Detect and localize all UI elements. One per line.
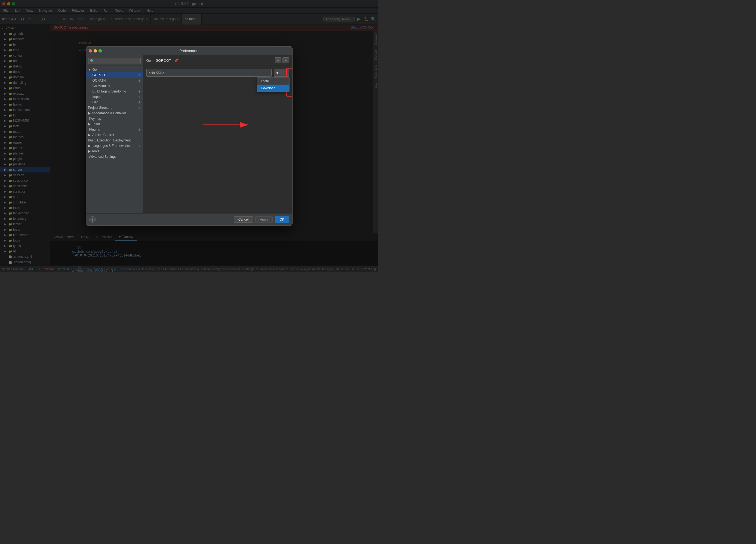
pref-nav-plugins[interactable]: Plugins ⚙ [86,127,143,132]
nav-label: Plugins [89,128,100,131]
nav-back-button[interactable]: ← [275,57,281,63]
cancel-button[interactable]: Cancel [234,216,253,223]
help-button[interactable]: ? [89,216,96,223]
pref-search-area [86,56,143,66]
gear-small-icon: ⚙ [138,128,141,131]
pref-nav-imports[interactable]: Imports ⚙ [86,94,143,100]
nav-label: Tools [92,149,99,153]
pref-nav-goroot[interactable]: GOROOT ⚙ [86,72,143,78]
sdk-dropdown[interactable]: <No SDK> [146,69,272,77]
pref-search-input[interactable] [88,58,141,64]
gear-small-icon: ⚙ [138,145,141,148]
pref-footer-left: ? [89,216,96,223]
nav-label: Keymap [89,117,101,121]
sdk-add-button[interactable]: + [281,69,289,77]
nav-label: GOROOT [93,73,107,77]
nav-label: Build, Execution, Deployment [88,139,131,142]
pref-nav-build-tags[interactable]: Build Tags & Vendoring ⚙ [86,89,143,94]
nav-label: Languages & Frameworks [92,144,130,148]
pref-nav-appearance[interactable]: ▶ Appearance & Behavior [86,110,143,116]
pref-footer: ? Cancel Apply OK [86,213,292,226]
nav-label: Dep [93,100,99,104]
gear-small-icon: ⚙ [138,74,141,77]
pref-nav-editor[interactable]: ▶ Editor [86,121,143,127]
arrow-annotation [200,117,255,134]
gear-small-icon: ⚙ [138,101,141,104]
pref-nav-tools[interactable]: ▶ Tools [86,149,143,154]
pref-nav-build[interactable]: Build, Execution, Deployment [86,138,143,143]
pref-breadcrumb: Go › GOROOT 📌 ← → [143,55,292,66]
preferences-dialog: Preferences ▼ Go GOROOT ⚙ GOPATH [86,46,293,226]
modal-overlay: Preferences ▼ Go GOROOT ⚙ GOPATH [0,0,378,272]
chevron-right-icon: ▶ [88,122,91,126]
nav-label: Version Control [92,133,114,137]
gear-small-icon: ⚙ [138,96,141,99]
chevron-right-icon: ▶ [88,111,91,115]
nav-label: GOPATH [93,79,106,82]
breadcrumb-separator: › [153,59,154,63]
chevron-right-icon: ▶ [88,144,91,148]
pref-nav-advanced[interactable]: Advanced Settings [86,154,143,159]
pref-sidebar: ▼ Go GOROOT ⚙ GOPATH ⚙ Go Modules Build … [86,55,143,213]
nav-label: Project Structure [88,106,112,110]
gear-small-icon: ⚙ [138,79,141,82]
nav-label: Imports [93,95,103,99]
sdk-dropdown-popup: Local... Download... [257,77,290,92]
breadcrumb-parent: Go [146,59,151,63]
pref-body: ▼ Go GOROOT ⚙ GOPATH ⚙ Go Modules Build … [86,55,292,213]
pref-titlebar: Preferences [86,47,292,55]
pref-content: Go › GOROOT 📌 ← → <No SDK> [143,55,292,213]
sdk-local-option[interactable]: Local... [257,78,289,85]
chevron-down-icon: ▼ [88,68,91,72]
pref-sdk-row: <No SDK> ▼ + Local... [143,66,292,80]
sdk-value: <No SDK> [149,71,164,75]
sdk-btn-group: ▼ + [274,69,289,77]
pref-footer-right: Cancel Apply OK [234,216,289,223]
nav-forward-button[interactable]: → [282,57,289,63]
nav-label: Editor [92,122,100,126]
dialog-title: Preferences [179,49,198,53]
pref-nav-go-modules[interactable]: Go Modules [86,83,143,89]
bookmark-icon[interactable]: 📌 [174,59,178,62]
breadcrumb-nav: ← → [275,57,289,63]
gear-small-icon: ⚙ [138,106,141,109]
gear-small-icon: ⚙ [138,90,141,93]
pref-nav-go[interactable]: ▼ Go [86,67,143,72]
pref-nav-keymap[interactable]: Keymap [86,116,143,121]
ok-button[interactable]: OK [275,216,289,223]
pref-minimize-button[interactable] [94,49,97,53]
breadcrumb-current: GOROOT [155,59,171,63]
option-label: Download... [261,86,278,90]
sdk-dropdown-button[interactable]: ▼ [274,69,281,77]
nav-label: Build Tags & Vendoring [93,90,126,93]
apply-button[interactable]: Apply [255,216,273,223]
pref-close-button[interactable] [89,49,92,53]
pref-nav-dep[interactable]: Dep ⚙ [86,100,143,105]
pref-traffic-lights [89,49,102,53]
sdk-btn-group-wrapper: ▼ + Local... Download... [274,69,289,77]
nav-label: Appearance & Behavior [92,111,126,115]
pref-nav-project-structure[interactable]: Project Structure ⚙ [86,105,143,110]
pref-nav-gopath[interactable]: GOPATH ⚙ [86,78,143,83]
nav-label: Advanced Settings [89,155,116,159]
option-label: Local... [261,79,272,83]
pref-nav-version-control[interactable]: ▶ Version Control [86,132,143,138]
chevron-right-icon: ▶ [88,149,91,153]
sdk-download-option[interactable]: Download... [257,85,289,92]
pref-maximize-button[interactable] [99,49,102,53]
chevron-right-icon: ▶ [88,133,91,137]
nav-label: Go Modules [93,84,110,88]
pref-nav-languages[interactable]: ▶ Languages & Frameworks ⚙ [86,143,143,149]
arrow-svg [200,117,255,133]
nav-label: Go [92,68,97,72]
